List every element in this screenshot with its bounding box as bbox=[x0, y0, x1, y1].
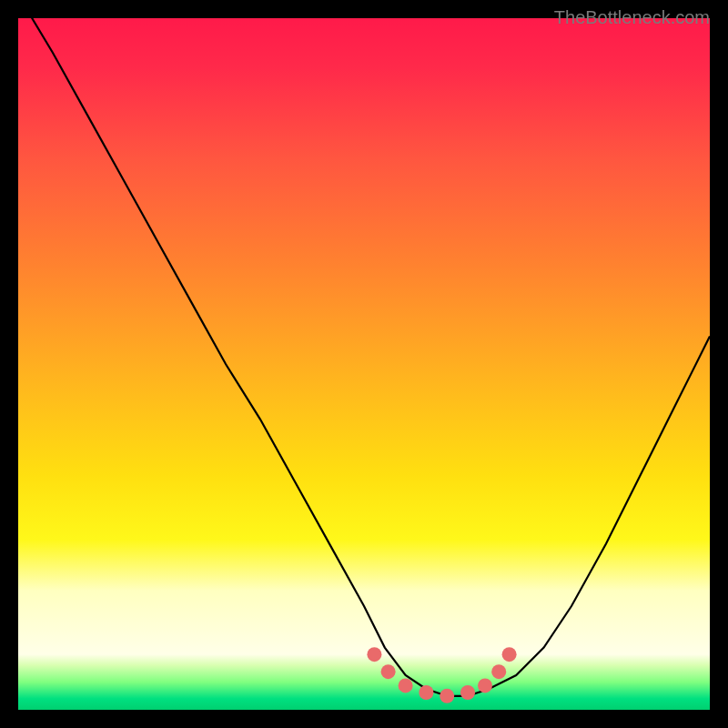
marker-dot bbox=[478, 678, 492, 693]
marker-dot bbox=[460, 685, 475, 700]
chart-svg bbox=[18, 18, 710, 710]
marker-dot bbox=[440, 689, 454, 703]
marker-dot bbox=[491, 664, 506, 679]
watermark-text: TheBottleneck.com bbox=[554, 7, 710, 28]
marker-dot bbox=[381, 664, 396, 679]
chart-plot-area bbox=[18, 18, 710, 710]
highlight-markers bbox=[367, 647, 516, 703]
bottleneck-curve bbox=[18, 18, 710, 696]
marker-dot bbox=[399, 678, 413, 693]
marker-dot bbox=[502, 647, 517, 662]
marker-dot bbox=[419, 685, 433, 700]
marker-dot bbox=[367, 647, 381, 662]
